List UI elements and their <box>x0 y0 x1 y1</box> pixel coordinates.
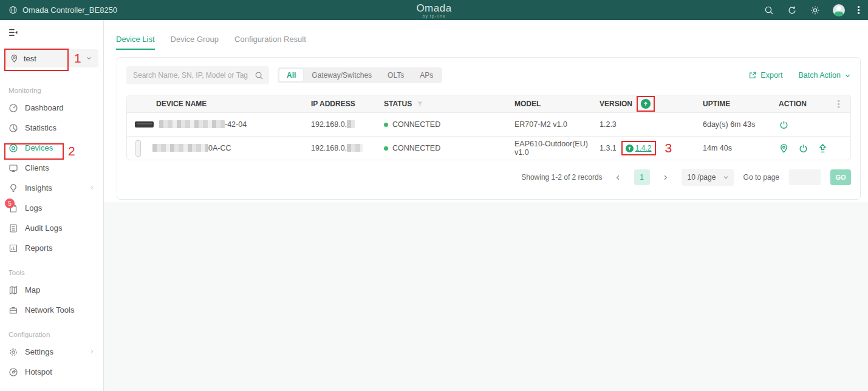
sidebar: test Monitoring Dashboard Statistics Dev… <box>0 20 104 391</box>
section-monitoring: Monitoring <box>0 87 103 94</box>
page-tabs: Device List Device Group Configuration R… <box>104 20 868 50</box>
filter-olts[interactable]: OLTs <box>380 69 411 81</box>
device-table: DEVICE NAME IP ADDRESS STATUS MODEL VERS… <box>126 95 851 160</box>
site-selector[interactable]: test <box>4 49 98 67</box>
sidebar-item-hotspot[interactable]: Hotspot <box>0 362 103 382</box>
collapse-sidebar-icon[interactable] <box>8 27 18 38</box>
globe-icon <box>9 5 18 15</box>
more-options-icon[interactable] <box>858 6 859 14</box>
controller-title: Omada Controller_BE8250 <box>22 5 117 15</box>
sidebar-item-settings[interactable]: Settings <box>0 342 103 362</box>
page-number-1[interactable]: 1 <box>634 169 650 185</box>
upgrade-device-icon[interactable] <box>818 143 828 154</box>
col-ip-address[interactable]: IP ADDRESS <box>311 100 384 108</box>
filter-funnel-icon[interactable] <box>416 100 424 108</box>
table-row[interactable]: 0A-CC 192.168.0. CONNECTED EAP610-Outdoo… <box>127 136 850 160</box>
sidebar-item-devices[interactable]: Devices <box>0 138 103 158</box>
tab-device-list[interactable]: Device List <box>116 35 155 50</box>
upgrade-version-link[interactable]: 1.4.2 <box>635 144 652 152</box>
site-pin-icon <box>10 54 19 63</box>
goto-page-label: Go to page <box>743 173 779 182</box>
insights-icon <box>9 183 18 193</box>
redacted-name <box>159 120 225 128</box>
chevron-right-icon <box>89 347 95 356</box>
topbar-actions <box>764 4 859 16</box>
sidebar-item-logs[interactable]: 5 Logs <box>0 198 103 218</box>
tab-device-group[interactable]: Device Group <box>171 35 219 50</box>
col-model[interactable]: MODEL <box>514 100 600 108</box>
omada-logo-text: Omada <box>416 2 451 13</box>
ap-thumbnail <box>135 140 141 157</box>
filter-aps[interactable]: APs <box>412 69 440 81</box>
section-configuration: Configuration <box>0 331 103 338</box>
search-input[interactable] <box>133 71 255 80</box>
goto-page-input[interactable] <box>789 169 821 185</box>
sidebar-item-network-tools[interactable]: Network Tools <box>0 300 103 320</box>
power-reboot-icon[interactable] <box>798 143 808 154</box>
device-ip: 192.168.0. <box>311 144 384 152</box>
device-version: 1.3.1 <box>600 144 617 152</box>
sidebar-item-statistics[interactable]: Statistics <box>0 118 103 138</box>
sidebar-item-dashboard[interactable]: Dashboard <box>0 98 103 118</box>
search-icon[interactable] <box>255 71 264 80</box>
table-options-icon[interactable] <box>838 100 839 108</box>
col-uptime[interactable]: UPTIME <box>703 100 779 108</box>
refresh-icon[interactable] <box>787 5 797 15</box>
power-reboot-icon[interactable] <box>779 120 789 130</box>
next-page-icon[interactable] <box>660 169 672 185</box>
device-name[interactable]: 0A-CC <box>152 144 231 152</box>
device-model: EAP610-Outdoor(EU) v1.0 <box>514 140 600 157</box>
dashboard-icon <box>9 103 18 113</box>
device-ip: 192.168.0. <box>311 120 384 129</box>
tplink-logo-sub: by tp-link <box>416 13 451 18</box>
redacted-ip <box>347 144 363 152</box>
search-icon[interactable] <box>764 5 774 15</box>
device-model: ER707-M2 v1.0 <box>514 120 600 129</box>
go-button[interactable]: GO <box>830 169 851 185</box>
filter-all[interactable]: All <box>279 69 303 81</box>
sidebar-item-reports[interactable]: Reports <box>0 238 103 258</box>
sidebar-item-audit-logs[interactable]: Audit Logs <box>0 218 103 238</box>
device-type-filter: All Gateway/Switches OLTs APs <box>278 67 442 83</box>
export-button[interactable]: Export <box>748 71 782 80</box>
user-avatar[interactable] <box>833 4 845 16</box>
filter-gateway-switches[interactable]: Gateway/Switches <box>304 69 379 81</box>
chevron-right-icon <box>89 183 95 192</box>
chevron-down-icon <box>844 72 851 79</box>
per-page-select[interactable]: 10 /page <box>682 169 734 186</box>
pagination: Showing 1-2 of 2 records 1 10 /page Go t… <box>126 169 851 186</box>
sidebar-item-insights[interactable]: Insights <box>0 178 103 198</box>
batch-action-dropdown[interactable]: Batch Action <box>799 71 852 80</box>
annotation-box-version-sort <box>637 96 655 112</box>
locate-device-icon[interactable] <box>779 143 789 154</box>
records-summary: Showing 1-2 of 2 records <box>521 173 602 182</box>
annotation-box-3: 1.4.2 <box>621 141 656 155</box>
device-status: CONNECTED <box>384 144 514 152</box>
top-bar: Omada Controller_BE8250 Omada by tp-link <box>0 0 868 20</box>
col-version[interactable]: VERSION <box>600 96 703 112</box>
sidebar-item-map[interactable]: Map <box>0 280 103 300</box>
device-name[interactable]: -42-04 <box>159 120 247 129</box>
audit-logs-icon <box>9 223 18 233</box>
map-icon <box>9 285 18 295</box>
statistics-icon <box>9 123 18 133</box>
settings-gear-icon <box>9 347 18 357</box>
upgrade-available-icon[interactable] <box>641 99 651 109</box>
redacted-name <box>152 144 208 152</box>
status-connected-dot <box>384 123 388 127</box>
network-tools-icon <box>9 305 18 315</box>
device-status: CONNECTED <box>384 120 514 129</box>
device-search <box>126 66 269 84</box>
status-connected-dot <box>384 146 388 151</box>
theme-icon[interactable] <box>810 5 820 15</box>
device-list-card: All Gateway/Switches OLTs APs Export <box>117 57 861 200</box>
col-status[interactable]: STATUS <box>384 100 514 108</box>
col-device-name[interactable]: DEVICE NAME <box>127 100 311 108</box>
tab-configuration-result[interactable]: Configuration Result <box>234 35 306 50</box>
devices-icon <box>9 143 18 153</box>
prev-page-icon[interactable] <box>612 169 624 185</box>
router-thumbnail <box>135 121 154 127</box>
app-window: Omada Controller_BE8250 Omada by tp-link <box>0 0 868 391</box>
table-row[interactable]: -42-04 192.168.0. CONNECTED ER707-M2 v1.… <box>127 112 850 136</box>
sidebar-item-clients[interactable]: Clients <box>0 158 103 178</box>
